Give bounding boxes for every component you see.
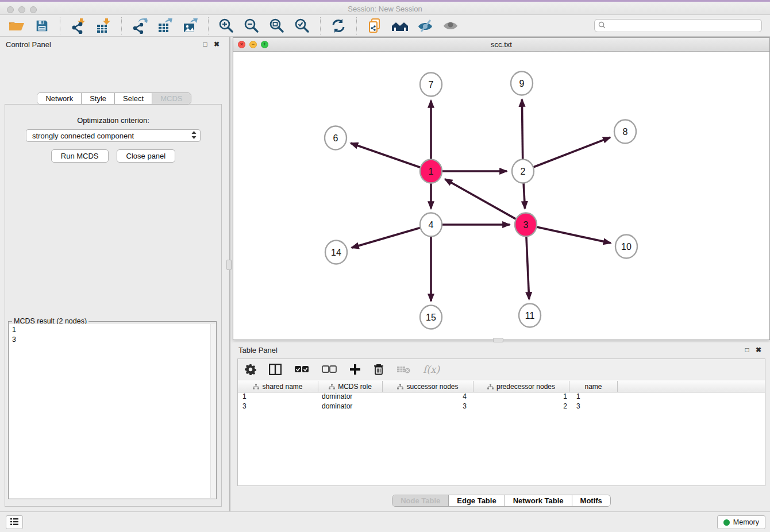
- graph-edge-4-14[interactable]: [352, 228, 421, 248]
- open-session-icon[interactable]: [6, 17, 28, 35]
- graph-edge-2-9[interactable]: [522, 99, 522, 161]
- hierarchy-icon: [487, 384, 494, 390]
- tab-network[interactable]: Network: [37, 93, 82, 104]
- search-input[interactable]: [608, 22, 758, 30]
- zoom-out-icon[interactable]: [241, 17, 263, 35]
- close-panel-button[interactable]: Close panel: [117, 149, 176, 163]
- toolbar-separator: [60, 17, 60, 34]
- graph-node-1[interactable]: 1: [420, 160, 442, 183]
- close-table-panel-icon[interactable]: ✖: [753, 346, 764, 354]
- graph-edge-2-8[interactable]: [533, 137, 610, 167]
- graph-edge-3-10[interactable]: [536, 227, 611, 243]
- zoom-selected-icon[interactable]: [291, 17, 313, 35]
- column-header-successor-nodes[interactable]: successor nodes: [383, 381, 473, 392]
- float-panel-icon[interactable]: □: [199, 40, 211, 48]
- graph-edge-2-3[interactable]: [523, 182, 525, 209]
- table-panel-header: Table Panel □ ✖: [233, 342, 770, 357]
- tab-motifs[interactable]: Motifs: [572, 495, 610, 506]
- add-icon[interactable]: [349, 362, 361, 377]
- zoom-in-icon[interactable]: [215, 17, 237, 35]
- hide-selected-icon[interactable]: [414, 17, 436, 35]
- column-header-label: name: [584, 383, 602, 391]
- tab-style[interactable]: Style: [82, 93, 115, 104]
- float-table-panel-icon[interactable]: □: [741, 346, 753, 354]
- tab-select[interactable]: Select: [115, 93, 152, 104]
- table-cell[interactable]: 3: [238, 402, 318, 412]
- task-history-button[interactable]: [6, 515, 23, 529]
- import-table-icon[interactable]: [93, 17, 114, 35]
- column-header-MCDS-role[interactable]: MCDS role: [318, 381, 383, 392]
- table-cell[interactable]: 1: [569, 392, 618, 402]
- criterion-select[interactable]: strongly connected component: [26, 129, 201, 142]
- show-all-icon[interactable]: [440, 17, 461, 35]
- tab-network-table[interactable]: Network Table: [505, 495, 572, 506]
- svg-text:9: 9: [519, 79, 525, 88]
- table-cell[interactable]: 1: [473, 392, 569, 402]
- search-field[interactable]: [594, 19, 762, 32]
- svg-text:15: 15: [426, 313, 436, 322]
- graph-node-9[interactable]: 9: [511, 72, 533, 95]
- delete-icon[interactable]: [374, 362, 384, 377]
- graph-node-10[interactable]: 10: [615, 235, 637, 259]
- graph-node-11[interactable]: 11: [519, 304, 541, 327]
- delete-column-icon[interactable]: [396, 362, 410, 377]
- table-cell[interactable]: 3: [569, 402, 618, 412]
- gear-icon[interactable]: [245, 362, 256, 377]
- graph-edge-1-6[interactable]: [351, 143, 421, 168]
- control-panel-header: Control Panel □ ✖: [0, 37, 228, 52]
- table-row[interactable]: 1dominator411: [238, 392, 765, 402]
- graph-edge-3-1[interactable]: [445, 179, 517, 219]
- table-panel-title: Table Panel: [238, 346, 278, 354]
- graph-node-4[interactable]: 4: [420, 213, 442, 237]
- network-overview-icon[interactable]: [364, 17, 386, 35]
- toolbar-separator: [208, 17, 209, 34]
- first-neighbors-icon[interactable]: [389, 17, 411, 35]
- tab-edge-table[interactable]: Edge Table: [449, 495, 505, 506]
- graph-node-14[interactable]: 14: [325, 241, 347, 264]
- network-window-titlebar[interactable]: × − + scc.txt: [233, 38, 769, 52]
- graph-node-8[interactable]: 8: [614, 120, 636, 144]
- svg-text:2: 2: [521, 167, 526, 176]
- run-mcds-button[interactable]: Run MCDS: [51, 149, 109, 163]
- column-header-predecessor-nodes[interactable]: predecessor nodes: [473, 381, 569, 392]
- table-cell[interactable]: dominator: [318, 402, 383, 412]
- export-network-icon[interactable]: [129, 17, 151, 35]
- svg-text:11: 11: [525, 311, 535, 321]
- graph-node-3[interactable]: 3: [515, 213, 537, 237]
- select-all-icon[interactable]: [294, 362, 309, 377]
- export-table-icon[interactable]: [154, 17, 176, 35]
- close-panel-icon[interactable]: ✖: [211, 40, 222, 48]
- network-canvas[interactable]: 1234678910111415: [233, 52, 769, 340]
- save-session-icon[interactable]: [31, 17, 53, 35]
- export-image-icon[interactable]: [179, 17, 201, 35]
- splitter-handle-horizontal[interactable]: [493, 338, 503, 342]
- graph-node-7[interactable]: 7: [420, 73, 442, 97]
- column-header-shared-name[interactable]: shared name: [238, 381, 318, 392]
- column-header-name[interactable]: name: [569, 381, 618, 392]
- deselect-all-icon[interactable]: [322, 362, 337, 377]
- table-cell[interactable]: 3: [383, 402, 473, 412]
- svg-text:10: 10: [621, 242, 632, 252]
- table-cell[interactable]: dominator: [318, 392, 383, 402]
- table-cell[interactable]: 4: [383, 392, 473, 402]
- mcds-result-text[interactable]: 1 3: [9, 324, 215, 498]
- tab-mcds[interactable]: MCDS: [152, 93, 190, 104]
- graph-node-2[interactable]: 2: [512, 160, 534, 183]
- graph-node-15[interactable]: 15: [420, 306, 442, 329]
- table-row[interactable]: 3dominator323: [238, 402, 765, 412]
- control-panel: Control Panel □ ✖ Network Style Select M…: [0, 37, 228, 511]
- tab-node-table[interactable]: Node Table: [392, 495, 449, 506]
- graph-edge-3-11[interactable]: [526, 235, 529, 299]
- import-network-icon[interactable]: [67, 17, 89, 35]
- memory-button[interactable]: Memory: [717, 515, 765, 529]
- zoom-fit-icon[interactable]: [266, 17, 288, 35]
- table-cell[interactable]: 2: [473, 402, 569, 412]
- refresh-icon[interactable]: [328, 17, 349, 35]
- app-title: Session: New Session: [0, 5, 770, 13]
- table-cell[interactable]: 1: [238, 392, 318, 402]
- graph-node-6[interactable]: 6: [325, 126, 346, 150]
- splitter-handle-vertical[interactable]: [226, 260, 232, 270]
- result-scrollbar[interactable]: [210, 324, 215, 498]
- function-builder-icon[interactable]: f(x): [423, 362, 440, 377]
- columns-icon[interactable]: [269, 362, 282, 377]
